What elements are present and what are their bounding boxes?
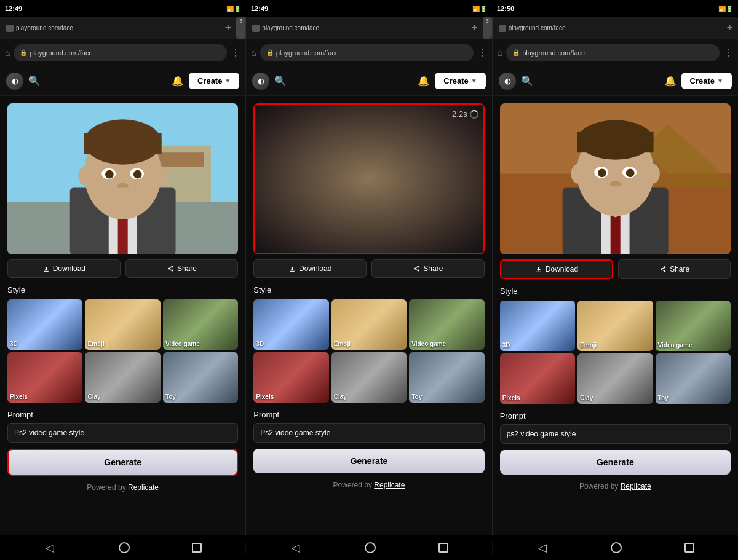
style-item-toy-1[interactable]: Toy [163, 352, 238, 403]
style-label-clay-1: Clay [87, 393, 100, 400]
menu-dots-3[interactable]: ⋮ [723, 47, 733, 58]
tab-segment-1: playground.com/face + 3 [0, 17, 246, 39]
tab-add-2[interactable]: + [466, 17, 483, 39]
generated-image-2: 2.2s [253, 103, 484, 254]
svg-rect-17 [44, 271, 49, 272]
style-item-3d-3[interactable]: 3D [500, 301, 575, 351]
generate-button-3[interactable]: Generate [500, 450, 731, 475]
replicate-link-1[interactable]: Replicate [128, 483, 159, 492]
recents-button-1[interactable] [192, 543, 202, 553]
style-label-toy-3: Toy [658, 395, 669, 401]
style-label-toy-2: Toy [411, 393, 422, 400]
style-item-toy-3[interactable]: Toy [656, 353, 731, 404]
create-button-1[interactable]: Create ▼ [189, 73, 239, 89]
notification-icon-2[interactable]: 🔔 [418, 75, 430, 87]
style-item-emoji-3[interactable]: Emoji [577, 301, 653, 351]
create-button-2[interactable]: Create ▼ [435, 73, 485, 89]
status-segment-1: 12:49 📶🔋 [0, 0, 246, 17]
face-svg-3 [500, 103, 731, 254]
replicate-link-2[interactable]: Replicate [374, 481, 405, 489]
address-box-2[interactable]: 🔒 playground.com/face [260, 44, 474, 61]
prompt-input-3[interactable] [500, 424, 731, 444]
download-label-3: Download [546, 265, 578, 274]
style-label-3d-2: 3D [256, 341, 264, 347]
style-item-emoji-2[interactable]: Emoji [331, 299, 407, 350]
menu-dots-2[interactable]: ⋮ [477, 47, 487, 58]
replicate-link-3[interactable]: Replicate [621, 482, 651, 491]
notification-icon-1[interactable]: 🔔 [172, 75, 184, 87]
recents-button-3[interactable] [684, 543, 694, 553]
search-icon-1[interactable]: 🔍 [28, 75, 41, 87]
style-item-videogame-3[interactable]: Video game [656, 301, 731, 351]
style-item-pixels-3[interactable]: Pixels [500, 353, 575, 404]
create-button-3[interactable]: Create ▼ [681, 73, 732, 89]
prompt-input-1[interactable] [7, 423, 238, 443]
search-icon-2[interactable]: 🔍 [274, 75, 287, 87]
address-segment-2: ⌂ 🔒 playground.com/face ⋮ [246, 39, 492, 66]
prompt-input-2[interactable] [253, 423, 484, 443]
style-item-clay-1[interactable]: Clay [85, 352, 160, 403]
style-item-videogame-2[interactable]: Video game [409, 299, 484, 350]
home-button-2[interactable] [365, 542, 376, 553]
style-item-videogame-1[interactable]: Video game [163, 299, 238, 350]
notification-icon-3[interactable]: 🔔 [664, 75, 676, 87]
share-icon-3 [659, 266, 667, 273]
style-item-pixels-2[interactable]: Pixels [253, 352, 328, 403]
home-icon-3[interactable]: ⌂ [498, 48, 502, 58]
generate-button-1[interactable]: Generate [7, 449, 238, 476]
style-item-clay-3[interactable]: Clay [577, 353, 653, 404]
home-button-3[interactable] [611, 542, 622, 553]
status-icons-1: 📶🔋 [226, 6, 241, 12]
svg-point-33 [598, 169, 606, 178]
download-button-2[interactable]: Download [253, 259, 367, 278]
tab-add-1[interactable]: + [220, 17, 237, 39]
create-arrow-1: ▼ [224, 77, 231, 84]
panel-3: Download Share Style 3D Emoji Video game… [493, 96, 738, 535]
create-label-2: Create [443, 76, 468, 85]
share-button-1[interactable]: Share [125, 259, 239, 278]
style-item-emoji-1[interactable]: Emoji [85, 299, 160, 350]
time-2: 12:49 [251, 5, 268, 12]
tab-item-1[interactable]: playground.com/face [0, 17, 220, 39]
status-bar: 12:49 📶🔋 12:49 📶🔋 12:50 📶🔋 [0, 0, 738, 17]
tab-add-3[interactable]: + [721, 17, 738, 39]
recents-button-2[interactable] [438, 543, 448, 553]
search-icon-3[interactable]: 🔍 [521, 75, 533, 87]
style-label-clay-3: Clay [580, 395, 593, 401]
share-button-3[interactable]: Share [618, 259, 731, 279]
style-label-clay-2: Clay [334, 393, 347, 400]
tab-item-2[interactable]: playground.com/face [246, 17, 466, 39]
home-icon-1[interactable]: ⌂ [5, 48, 10, 58]
style-item-clay-2[interactable]: Clay [331, 352, 407, 403]
tab-count-1[interactable]: 3 [236, 17, 245, 39]
home-icon-2[interactable]: ⌂ [251, 48, 256, 58]
tab-count-2[interactable]: 3 [483, 17, 492, 39]
back-button-1[interactable]: ◁ [44, 542, 56, 554]
address-box-3[interactable]: 🔒 playground.com/face [506, 44, 720, 61]
share-icon-2 [413, 265, 420, 272]
browser-nav-segment-2: ◐ 🔍 🔔 Create ▼ [246, 66, 492, 95]
generate-button-2[interactable]: Generate [253, 449, 484, 473]
menu-dots-1[interactable]: ⋮ [231, 47, 240, 58]
tab-item-3[interactable]: playground.com/face [493, 17, 722, 39]
tab-favicon-2 [252, 25, 260, 32]
style-label-pixels-1: Pixels [10, 393, 28, 400]
home-button-1[interactable] [119, 542, 130, 553]
share-button-2[interactable]: Share [371, 259, 485, 278]
time-3: 12:50 [497, 5, 514, 12]
share-icon-1 [167, 265, 174, 272]
style-item-3d-1[interactable]: 3D [7, 299, 82, 350]
back-button-2[interactable]: ◁ [290, 542, 302, 554]
style-item-toy-2[interactable]: Toy [409, 352, 484, 403]
style-item-3d-2[interactable]: 3D [253, 299, 328, 350]
status-segment-3: 12:50 📶🔋 [492, 0, 738, 17]
address-box-1[interactable]: 🔒 playground.com/face [14, 44, 227, 61]
download-button-1[interactable]: Download [7, 259, 121, 278]
download-button-3[interactable]: Download [500, 259, 614, 279]
browser-nav-segment-1: ◐ 🔍 🔔 Create ▼ [0, 66, 246, 95]
share-label-2: Share [423, 264, 443, 273]
back-button-3[interactable]: ◁ [536, 542, 549, 554]
timer-2: 2.2s [452, 109, 478, 119]
svg-point-28 [577, 120, 653, 159]
style-item-pixels-1[interactable]: Pixels [7, 352, 82, 403]
